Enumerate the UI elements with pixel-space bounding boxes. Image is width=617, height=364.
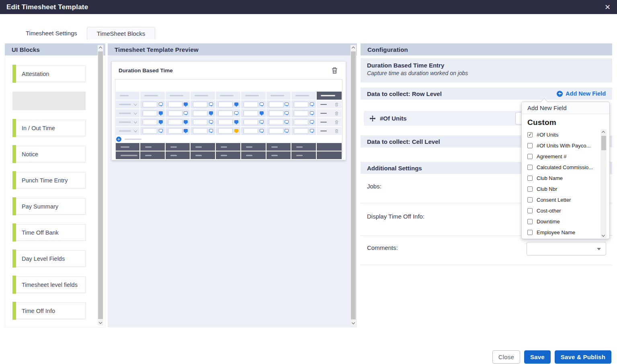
comment-icon <box>159 102 163 106</box>
mock-total-cell <box>291 151 316 159</box>
checkbox-icon[interactable] <box>527 154 533 159</box>
scroll-thumb[interactable] <box>601 136 606 150</box>
ui-block-item[interactable]: In / Out Time <box>12 120 86 136</box>
field-option[interactable]: Calculated Commissio... <box>527 162 597 173</box>
checkbox-icon[interactable] <box>527 208 533 213</box>
field-option[interactable]: Club Name <box>527 173 597 184</box>
close-button[interactable]: Close <box>492 350 520 364</box>
scroll-thumb[interactable] <box>98 51 103 319</box>
save-publish-button[interactable]: Save & Publish <box>555 350 611 364</box>
add-new-field-button[interactable]: Add New Field <box>557 90 606 97</box>
tab-timesheet-settings[interactable]: Timesheet Settings <box>16 27 87 39</box>
mock-total-cell <box>166 151 190 159</box>
checkbox-icon[interactable] <box>527 230 533 235</box>
block-label: Punch Time Entry <box>22 177 68 184</box>
block-label: Timesheet level fields <box>22 282 78 288</box>
field-option-label: Consent Letter <box>537 197 571 203</box>
scroll-down-icon[interactable] <box>98 320 103 325</box>
scroll-down-icon[interactable] <box>351 320 356 326</box>
ui-block-item[interactable]: Punch Time Entry <box>12 172 86 188</box>
ui-blocks-panel: UI Blocks Attestation In / Out Time Noti… <box>5 43 105 327</box>
mock-entry-cell <box>291 100 316 108</box>
plus-circle-icon <box>557 91 563 97</box>
checkbox-icon[interactable] <box>527 165 533 170</box>
ui-block-placeholder[interactable] <box>12 92 86 110</box>
comment-icon <box>285 111 289 115</box>
field-option[interactable]: Consent Letter <box>527 194 597 205</box>
field-option[interactable]: Agreement # <box>527 151 597 162</box>
ui-block-item[interactable]: Pay Summary <box>12 198 86 215</box>
mock-total-cell <box>266 151 291 159</box>
mock-entry-cell <box>266 109 291 117</box>
mock-row-delete-cell <box>317 118 342 126</box>
checkbox-icon[interactable] <box>527 132 533 137</box>
block-description: Duration Based Time Entry Capture time a… <box>361 58 612 82</box>
field-option[interactable]: Club Nbr <box>527 184 597 194</box>
ui-blocks-scrollbar[interactable] <box>98 45 103 325</box>
ui-block-item[interactable]: Timesheet level fields <box>12 276 86 293</box>
ui-block-item[interactable]: Time Off Bank <box>12 224 86 241</box>
comment-icon <box>234 102 238 106</box>
field-option-label: Agreement # <box>537 153 566 160</box>
save-button[interactable]: Save <box>524 350 551 364</box>
mock-input <box>168 119 182 125</box>
mock-input <box>269 119 283 125</box>
preview-scrollbar[interactable] <box>351 45 356 326</box>
row-level-section-bar: Data to collect: Row Level Add New Field <box>361 88 612 100</box>
drag-move-icon[interactable] <box>369 115 376 122</box>
field-option[interactable]: #Of Units With Payco... <box>527 140 597 151</box>
ui-blocks-list: Attestation In / Out Time Notice Punch T… <box>5 55 105 327</box>
tab-timesheet-blocks[interactable]: TimeSheet Blocks <box>87 27 155 39</box>
ui-block-item[interactable]: Time Off Info <box>12 303 86 319</box>
scroll-up-icon[interactable] <box>601 129 607 135</box>
field-option-label: Employee Name <box>537 229 575 235</box>
popup-scrollbar[interactable] <box>601 129 607 238</box>
mock-entry-cell <box>291 109 316 117</box>
field-option[interactable]: #Of Units <box>527 129 597 140</box>
checkbox-icon[interactable] <box>527 176 533 181</box>
scroll-down-icon[interactable] <box>601 233 607 238</box>
field-option-label: Club Name <box>537 175 563 181</box>
field-option[interactable]: Downtime <box>527 216 597 227</box>
scroll-thumb[interactable] <box>351 51 356 319</box>
block-accent-bar <box>12 171 16 189</box>
preview-content: Duration Based Time <box>108 55 357 327</box>
mock-add-row <box>116 137 342 141</box>
block-title: Duration Based Time Entry <box>367 62 606 69</box>
comments-select[interactable] <box>527 242 606 256</box>
mock-header-cell <box>116 92 139 100</box>
comment-icon <box>209 111 213 115</box>
mock-row-delete-cell <box>317 127 342 135</box>
scroll-up-icon[interactable] <box>98 45 103 51</box>
mock-input <box>168 110 182 116</box>
checkbox-icon[interactable] <box>527 197 533 202</box>
ui-block-item[interactable]: Notice <box>12 146 86 162</box>
field-option[interactable]: Cost-other <box>527 205 597 216</box>
chevron-down-icon <box>134 120 137 123</box>
checkbox-icon[interactable] <box>527 143 533 148</box>
mock-entry-cell <box>266 118 291 126</box>
mock-entry-cell <box>166 127 190 135</box>
mock-entry-cell <box>216 118 240 126</box>
ui-block-item[interactable]: Attestation <box>12 65 86 82</box>
field-option-label: Cost-other <box>537 208 561 214</box>
mock-total-cell <box>317 151 342 159</box>
block-subtitle: Capture time as duration worked on jobs <box>367 70 606 76</box>
duration-based-time-card: Duration Based Time <box>111 61 346 160</box>
mock-input <box>143 110 157 116</box>
mock-table-footer <box>116 143 342 159</box>
scroll-up-icon[interactable] <box>351 45 356 51</box>
mock-entry-cell <box>216 127 240 135</box>
delete-block-trash-icon[interactable] <box>332 67 338 74</box>
ui-block-item[interactable]: Day Level Fields <box>12 250 86 267</box>
comment-icon <box>285 102 289 106</box>
field-option[interactable]: Employee Name <box>527 227 597 238</box>
comment-icon <box>234 111 238 115</box>
row-field-label: #Of Units <box>380 115 407 122</box>
comment-icon <box>234 129 238 132</box>
chevron-down-icon <box>134 102 137 106</box>
block-label: Pay Summary <box>22 203 58 210</box>
checkbox-icon[interactable] <box>527 219 533 224</box>
checkbox-icon[interactable] <box>527 186 533 192</box>
close-icon[interactable]: ✕ <box>605 4 611 11</box>
